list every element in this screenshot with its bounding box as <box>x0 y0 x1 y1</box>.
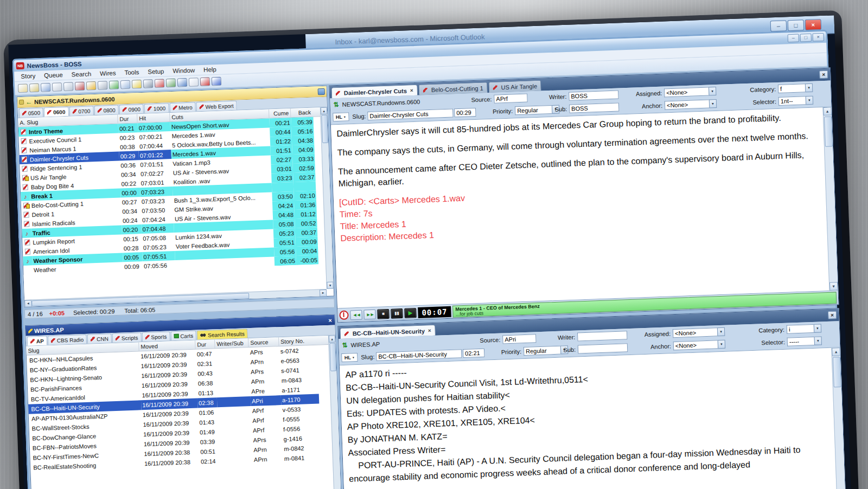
globe-icon[interactable] <box>177 78 188 87</box>
source-field[interactable]: APri <box>502 334 537 344</box>
scroll-down-icon[interactable]: ▼ <box>829 282 838 291</box>
maximize-button[interactable]: □ <box>788 20 805 31</box>
scroll-right-icon[interactable]: ► <box>320 289 327 296</box>
new-story-icon[interactable] <box>18 83 28 93</box>
chevron-down-icon[interactable]: ▼ <box>709 87 717 95</box>
duration-field[interactable]: 02:21 <box>463 349 485 358</box>
wires-tab-search-results[interactable]: Search Results <box>197 329 248 339</box>
sync-icon[interactable] <box>109 80 119 89</box>
pause-button[interactable]: ▮▮ <box>391 308 403 318</box>
power-icon[interactable] <box>200 77 210 86</box>
menu-item-tools[interactable]: Tools <box>120 69 143 76</box>
close-button[interactable]: × <box>813 33 825 42</box>
scroll-up-icon[interactable]: ▲ <box>832 348 840 356</box>
input-monitor-icon[interactable] <box>339 311 349 320</box>
rundown-tab-0700[interactable]: 0700 <box>69 106 94 116</box>
assigned-dropdown[interactable]: <None> ▼ <box>664 87 717 97</box>
wires-tab-cbs-radio[interactable]: CBS Radio <box>47 334 87 345</box>
rundown-tab-web-export[interactable]: Web Export <box>196 101 237 112</box>
scrollbar-thumb[interactable] <box>824 116 833 146</box>
scroll-left-icon[interactable]: ◄ <box>24 300 31 307</box>
selector-dropdown[interactable]: 1nt-- ▼ <box>778 96 814 106</box>
writer-field[interactable] <box>577 331 628 341</box>
minimize-button[interactable]: – <box>788 34 800 43</box>
chevron-down-icon[interactable]: ▼ <box>805 83 813 92</box>
camera-icon[interactable] <box>143 79 154 88</box>
chevron-down-icon[interactable]: ▼ <box>709 99 717 108</box>
anchor-dropdown[interactable]: <None> ▼ <box>673 340 726 350</box>
assigned-dropdown[interactable]: <None> ▼ <box>673 327 725 338</box>
sub-field[interactable]: BOSS <box>569 102 620 113</box>
scrollbar-thumb[interactable] <box>329 343 336 371</box>
scroll-up-icon[interactable]: ▲ <box>321 107 327 114</box>
slug-field[interactable]: BC-CB--Haiti-UN-Security <box>376 349 462 361</box>
chevron-down-icon[interactable]: ▼ <box>717 327 725 336</box>
sync-icon[interactable]: ⇅ <box>333 101 339 108</box>
rewind-button[interactable]: ◄◄ <box>350 310 362 320</box>
rundown-tab-1000[interactable]: 1000 <box>144 103 169 113</box>
close-panel-button[interactable]: × <box>828 311 837 319</box>
clock-icon[interactable] <box>132 80 142 89</box>
tab-close-icon[interactable]: × <box>410 87 413 93</box>
spike-icon[interactable] <box>75 82 85 91</box>
fast-forward-button[interactable]: ►► <box>363 309 376 319</box>
hl-button[interactable]: HL▼ <box>333 112 349 121</box>
play-button[interactable]: ▶ <box>404 308 417 318</box>
wires-tab-carts[interactable]: Carts <box>170 331 196 341</box>
audio-cart-icon[interactable] <box>86 81 97 91</box>
wireview-scrollbar[interactable]: ▲ ▼ <box>831 348 851 489</box>
mail-icon[interactable] <box>189 78 199 87</box>
close-button[interactable]: × <box>805 19 822 30</box>
wires-tab-sports[interactable]: Sports <box>142 331 170 342</box>
save-icon[interactable] <box>41 83 51 92</box>
rundown-tab-metro[interactable]: Metro <box>169 102 196 112</box>
hl-button[interactable]: HL▼ <box>341 353 358 362</box>
rundown-tab-0600[interactable]: 0600 <box>44 107 69 117</box>
wires-tab-ap[interactable]: AP <box>27 336 47 345</box>
duration-field[interactable]: 00:29 <box>454 108 476 117</box>
menu-item-wires[interactable]: Wires <box>95 69 120 77</box>
back-arrow-icon[interactable]: ← <box>25 99 32 105</box>
scroll-up-icon[interactable]: ▲ <box>329 335 335 342</box>
chart-icon[interactable] <box>166 79 176 88</box>
print-icon[interactable] <box>98 81 108 90</box>
story-text-area[interactable]: DaimlerChrysler says it will cut 85-hund… <box>331 107 838 308</box>
stop-button[interactable]: ■ <box>377 308 390 319</box>
minimize-button[interactable]: – <box>770 20 787 31</box>
menu-item-search[interactable]: Search <box>67 70 96 78</box>
record-icon[interactable] <box>155 79 165 88</box>
tab-close-icon[interactable]: × <box>428 327 431 333</box>
rundown-tab-0500[interactable]: 0500 <box>19 107 44 118</box>
category-dropdown[interactable]: i ▼ <box>787 324 822 333</box>
menu-item-help[interactable]: Help <box>199 66 221 73</box>
anchor-dropdown[interactable]: <None> ▼ <box>665 99 717 110</box>
scrollbar-thumb[interactable] <box>321 115 328 143</box>
rundown-tab-0800[interactable]: 0800 <box>94 105 119 115</box>
chevron-down-icon[interactable]: ▼ <box>814 324 822 332</box>
slug-field[interactable]: Daimler-Chrysler Cuts <box>367 108 453 120</box>
scroll-up-icon[interactable]: ▲ <box>823 107 832 115</box>
sub-field[interactable] <box>578 343 628 353</box>
restore-icon[interactable] <box>318 88 325 94</box>
maximize-button[interactable]: □ <box>800 34 812 42</box>
menu-item-story[interactable]: Story <box>16 73 40 80</box>
menu-item-setup[interactable]: Setup <box>143 68 168 75</box>
chevron-down-icon[interactable]: ▼ <box>718 340 726 349</box>
category-dropdown[interactable]: f ▼ <box>778 83 813 93</box>
wires-tab-cnn[interactable]: CNN <box>87 333 112 344</box>
scrollbar-thumb[interactable] <box>832 357 841 387</box>
search-icon[interactable] <box>120 80 131 89</box>
selector-dropdown[interactable]: ----- ▼ <box>787 336 822 346</box>
writer-field[interactable]: BOSS <box>569 90 619 100</box>
copy-icon[interactable] <box>63 82 74 91</box>
help-icon[interactable] <box>212 77 222 86</box>
chevron-down-icon[interactable]: ▼ <box>806 96 814 105</box>
menu-item-queue[interactable]: Queue <box>40 72 67 79</box>
close-icon[interactable]: × <box>328 317 332 323</box>
wire-text-area[interactable]: AP a1170 ri -----BC-CB--Haiti-UN-Securit… <box>340 348 851 489</box>
wires-tab-scripts[interactable]: Scripts <box>112 332 142 343</box>
close-panel-button[interactable]: × <box>819 70 828 79</box>
cut-icon[interactable] <box>52 82 62 92</box>
menu-item-window[interactable]: Window <box>168 67 199 74</box>
editor-scrollbar[interactable]: ▲ ▼ <box>822 107 838 290</box>
